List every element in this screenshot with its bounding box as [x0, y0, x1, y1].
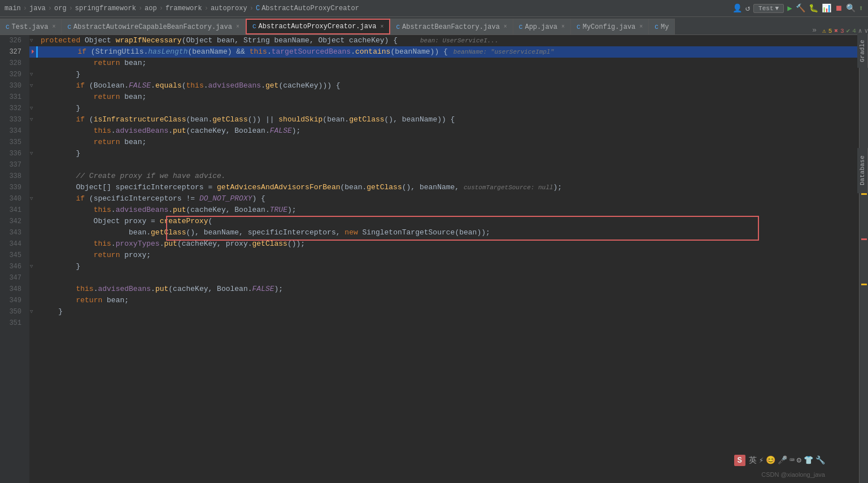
tab-icon: C: [396, 24, 400, 31]
ok-count: 4: [852, 28, 856, 34]
debug-icon[interactable]: 🐛: [809, 3, 818, 13]
line-num-341: 341: [0, 204, 25, 216]
fold-349: [29, 295, 36, 306]
translate-icon: 英: [749, 455, 757, 466]
error-icon: ✖: [834, 27, 838, 34]
breadcrumb-main[interactable]: main: [5, 5, 21, 12]
tab-test-java[interactable]: C Test.java ×: [0, 19, 62, 34]
lightning-icon: ⚡: [759, 455, 764, 466]
build-icon[interactable]: 🔨: [796, 3, 805, 13]
tab-label: Test.java: [12, 23, 49, 31]
code-line-350: }: [36, 306, 859, 317]
fold-351: [29, 317, 36, 329]
code-line-331: return bean;: [36, 92, 859, 103]
line-num-344: 344: [0, 238, 25, 250]
tab-icon: C: [67, 24, 71, 31]
code-line-341: this.advisedBeans.put(cacheKey, Boolean.…: [36, 204, 859, 216]
search-icon[interactable]: 🔍: [846, 3, 856, 13]
fold-334: [29, 125, 36, 137]
csdn-toolbar-icons: 英 ⚡ 😊 🎤 ⌨ ⚙ 👕 🔧: [749, 455, 825, 466]
breadcrumb-autoproxy[interactable]: autoproxy: [211, 5, 247, 12]
code-line-337: [36, 159, 859, 171]
right-scrollbar[interactable]: [859, 35, 868, 483]
code-line-339: Object[] specificInterceptors = getAdvic…: [36, 182, 859, 193]
tab-my-other[interactable]: C My: [649, 19, 675, 34]
ok-icon: ✔: [847, 27, 850, 34]
fold-328: [29, 58, 36, 69]
line-num-335: 335: [0, 137, 25, 148]
breadcrumb-java[interactable]: java: [29, 5, 46, 12]
line-num-345: 345: [0, 250, 25, 261]
line-num-342: 342: [0, 216, 25, 227]
mic-icon: 🎤: [778, 455, 787, 466]
line-num-328: 328: [0, 58, 25, 69]
line-num-348: 348: [0, 284, 25, 295]
fold-339: [29, 182, 36, 193]
nav-bar: main › java › org › springframework › ao…: [0, 0, 868, 17]
tab-myconfig-java[interactable]: C MyConfig.java ×: [571, 19, 649, 34]
database-tab[interactable]: Database: [857, 148, 868, 193]
dropdown-icon: ▼: [775, 5, 779, 12]
wrench-icon: 🔧: [815, 455, 825, 466]
line-num-326: 326: [0, 35, 25, 46]
tab-close-icon[interactable]: ×: [504, 24, 507, 30]
line-num-347: 347: [0, 272, 25, 284]
tab-app-java[interactable]: C App.java ×: [513, 19, 571, 34]
tab-label: AbstractAutowireCapableBeanFactory.java: [73, 23, 232, 31]
fold-344: [29, 238, 36, 250]
code-line-338: // Create proxy if we have advice.: [36, 171, 859, 182]
line-num-339: 339: [0, 182, 25, 193]
upload-icon[interactable]: ⬆: [859, 3, 863, 13]
code-line-340: if (specificInterceptors != DO_NOT_PROXY…: [36, 193, 859, 204]
breadcrumb-framework[interactable]: framework: [165, 5, 202, 12]
code-line-343: bean.getClass(), beanName, specificInter…: [36, 227, 859, 238]
fold-326: ▽: [29, 35, 36, 46]
fold-345: [29, 250, 36, 261]
code-content[interactable]: protected Object wrapIfNecessary(Object …: [36, 35, 859, 483]
tab-close-icon[interactable]: ×: [236, 24, 239, 30]
tab-abstract-beanfactory[interactable]: C AbstractBeanFactory.java ×: [390, 19, 513, 34]
fold-350: ▽: [29, 306, 36, 317]
fold-347: [29, 272, 36, 284]
line-num-338: 338: [0, 171, 25, 182]
code-line-330: if (Boolean.FALSE.equals(this.advisedBea…: [36, 80, 859, 92]
coverage-icon[interactable]: 📊: [822, 3, 831, 13]
breadcrumb-springframework[interactable]: springframework: [75, 5, 136, 12]
tab-close-icon[interactable]: ×: [561, 24, 565, 30]
fold-348: [29, 284, 36, 295]
tab-close-active-icon[interactable]: ×: [380, 24, 383, 30]
tab-overflow-icon[interactable]: »: [809, 26, 820, 34]
line-num-327: 327: [0, 46, 25, 58]
line-num-336: 336: [0, 148, 25, 159]
tab-label: AbstractAutoProxyCreator.java: [259, 23, 377, 31]
tab-label: AbstractBeanFactory.java: [402, 23, 500, 31]
breadcrumb-aop[interactable]: aop: [145, 5, 157, 12]
run-button[interactable]: ▶: [787, 3, 792, 13]
code-line-346: }: [36, 261, 859, 272]
code-line-336: }: [36, 148, 859, 159]
line-num-351: 351: [0, 317, 25, 329]
keyboard-icon: ⌨: [790, 455, 794, 466]
tab-abstract-autowire[interactable]: C AbstractAutowireCapableBeanFactory.jav…: [62, 19, 245, 34]
line-num-350: 350: [0, 306, 25, 317]
scroll-marker-error-2: [861, 238, 867, 240]
fold-340: ▽: [29, 193, 36, 204]
gradle-tab[interactable]: Gradle: [857, 34, 868, 68]
tab-abstract-autoproxy[interactable]: C AbstractAutoProxyCreator.java ×: [246, 19, 390, 34]
line-num-337: 337: [0, 159, 25, 171]
code-line-344: this.proxyTypes.put(cacheKey, proxy.getC…: [36, 238, 859, 250]
tab-close-icon[interactable]: ×: [52, 24, 55, 30]
breadcrumb-org[interactable]: org: [54, 5, 67, 12]
line-numbers: 326 327 328 329 330 331 332 333 334 335 …: [0, 35, 29, 483]
breadcrumb-current: AbstractAutoProxyCreator: [261, 5, 359, 12]
breadcrumb: main › java › org › springframework › ao…: [5, 5, 359, 12]
tab-close-icon[interactable]: ×: [639, 24, 643, 30]
fold-329: ▽: [29, 69, 36, 80]
code-line-332: }: [36, 103, 859, 114]
profile-icon: 👤: [732, 3, 742, 13]
stop-icon[interactable]: ⏹: [835, 4, 843, 13]
test-run-button[interactable]: Test ▼: [753, 4, 784, 13]
nav-bar-right: 👤 ↺ Test ▼ ▶ 🔨 🐛 📊 ⏹ 🔍 ⬆: [732, 3, 863, 13]
undo-icon[interactable]: ↺: [745, 3, 750, 13]
line-num-333: 333: [0, 114, 25, 125]
